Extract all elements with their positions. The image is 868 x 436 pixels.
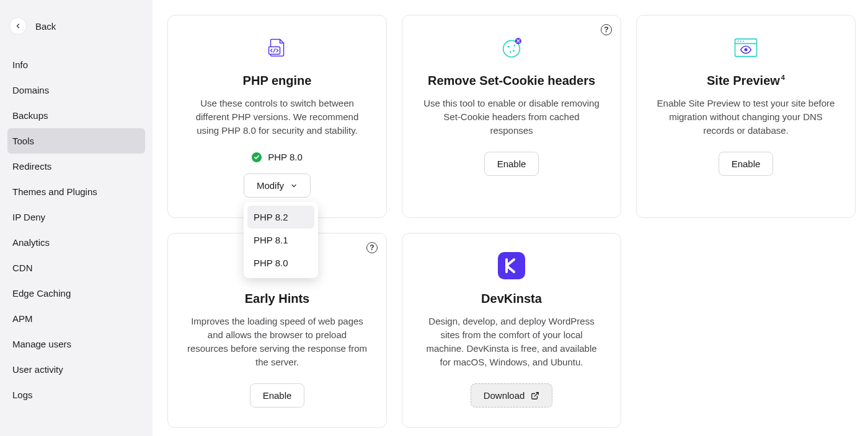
php-status-label: PHP 8.0 [268, 152, 303, 162]
site-preview-title-text: Site Preview [707, 74, 780, 87]
svg-point-4 [510, 51, 512, 53]
svg-point-9 [740, 41, 742, 42]
sidebar-item-manage-users[interactable]: Manage users [7, 331, 145, 357]
svg-rect-12 [498, 252, 525, 279]
card-desc: Enable Site Preview to test your site be… [655, 97, 836, 137]
devkinsta-logo-icon [498, 253, 525, 278]
php-status: PHP 8.0 [252, 152, 303, 162]
php-version-option[interactable]: PHP 8.2 [247, 206, 314, 229]
card-php-engine: PHP engine Use these controls to switch … [167, 15, 387, 218]
sidebar-item-backups[interactable]: Backups [7, 103, 145, 128]
php-version-dropdown: PHP 8.2PHP 8.1PHP 8.0 [244, 202, 318, 278]
sidebar-item-domains[interactable]: Domains [7, 77, 145, 103]
sidebar-item-logs[interactable]: Logs [7, 382, 145, 408]
sidebar: Back InfoDomainsBackupsToolsRedirectsThe… [0, 0, 153, 436]
enable-button[interactable]: Enable [719, 152, 774, 176]
svg-point-8 [737, 41, 738, 42]
back-row[interactable]: Back [7, 17, 145, 46]
svg-point-2 [508, 46, 510, 48]
download-button[interactable]: Download [471, 383, 553, 408]
card-title: Remove Set-Cookie headers [428, 74, 595, 88]
help-icon[interactable]: ? [601, 24, 612, 35]
sidebar-item-user-activity[interactable]: User activity [7, 357, 145, 382]
modify-button[interactable]: Modify [244, 173, 311, 198]
sidebar-item-ip-deny[interactable]: IP Deny [7, 204, 145, 230]
card-desc: Improves the loading speed of web pages … [187, 315, 368, 368]
arrow-left-icon [14, 22, 22, 30]
footnote-marker: 4 [781, 74, 785, 81]
card-desc: Use this tool to enable or disable remov… [421, 97, 602, 137]
card-title: Early Hints [245, 292, 309, 306]
modify-label: Modify [257, 180, 284, 191]
card-title: Site Preview4 [707, 74, 785, 88]
external-link-icon [531, 391, 539, 400]
sidebar-item-analytics[interactable]: Analytics [7, 230, 145, 255]
help-icon[interactable]: ? [366, 242, 378, 253]
svg-point-10 [743, 41, 744, 42]
sidebar-item-cdn[interactable]: CDN [7, 255, 145, 281]
back-button[interactable] [9, 17, 27, 35]
main-content: PHP engine Use these controls to switch … [153, 0, 868, 436]
card-devkinsta: DevKinsta Design, develop, and deploy Wo… [402, 233, 621, 428]
check-circle-icon [252, 152, 262, 162]
card-desc: Use these controls to switch between dif… [187, 97, 368, 137]
card-remove-cookie: ? Remove Set-Cookie headers Use this too… [402, 15, 621, 218]
card-title: DevKinsta [481, 292, 542, 306]
modify-dropdown-wrapper: Modify PHP 8.2PHP 8.1PHP 8.0 [244, 173, 311, 198]
sidebar-item-themes-and-plugins[interactable]: Themes and Plugins [7, 179, 145, 204]
card-site-preview: Site Preview4 Enable Site Preview to tes… [636, 15, 856, 218]
file-code-icon [266, 35, 288, 60]
sidebar-item-tools[interactable]: Tools [7, 128, 145, 154]
sidebar-item-info[interactable]: Info [7, 52, 145, 77]
chevron-down-icon [290, 182, 298, 190]
svg-point-11 [745, 48, 748, 51]
svg-line-13 [534, 393, 538, 396]
card-title: PHP engine [243, 74, 312, 88]
php-version-option[interactable]: PHP 8.0 [247, 251, 314, 274]
back-label: Back [35, 21, 56, 32]
svg-point-5 [514, 45, 516, 46]
sidebar-item-redirects[interactable]: Redirects [7, 154, 145, 179]
card-desc: Design, develop, and deploy WordPress si… [421, 315, 602, 368]
sidebar-item-edge-caching[interactable]: Edge Caching [7, 281, 145, 306]
enable-button[interactable]: Enable [250, 383, 305, 408]
cookie-remove-icon [499, 35, 524, 60]
sidebar-nav: InfoDomainsBackupsToolsRedirectsThemes a… [7, 52, 145, 408]
svg-point-3 [513, 50, 515, 52]
php-version-option[interactable]: PHP 8.1 [247, 229, 314, 251]
sidebar-item-apm[interactable]: APM [7, 306, 145, 331]
browser-preview-icon [733, 35, 758, 60]
download-label: Download [484, 390, 525, 401]
enable-button[interactable]: Enable [484, 152, 539, 176]
